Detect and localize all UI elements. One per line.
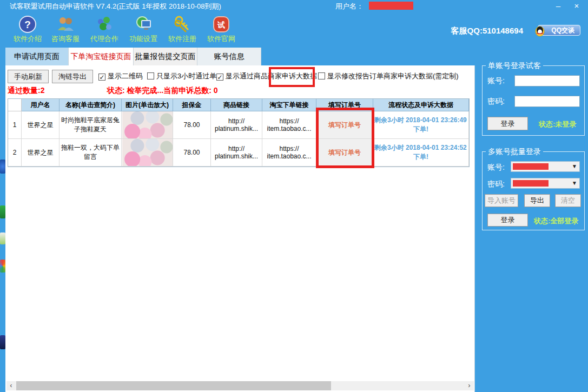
row-index: 2 <box>8 139 22 167</box>
tab-account-info[interactable]: 账号信息 <box>197 48 261 65</box>
password-label: 密码: <box>487 97 505 107</box>
titlebar: 试客联盟试用自动申请软件 V7.4.2(正式版 1年授权 2018-10-08到… <box>5 0 588 12</box>
toolbar-item-official-site[interactable]: 试 软件官网 <box>201 14 241 44</box>
row-process-status: 剩余3小时 2018-04-01 23:26:49 下单! <box>373 111 469 139</box>
checkbox-label: 显示通过商品商家申诉大数据 <box>226 72 317 80</box>
svg-text:试: 试 <box>217 21 225 29</box>
service-qq-text: 客服QQ:510148694 <box>451 26 523 36</box>
settings-icon <box>134 15 153 34</box>
single-account-login-group: 单账号登录试客 账号: 密码: 登录 状态:未登录 <box>482 65 585 136</box>
toolbar-item-software-intro[interactable]: ? 软件介绍 <box>8 14 48 44</box>
status-row: 通过数量:2 状态: 检举完成...当前申诉总数: 0 <box>5 86 474 98</box>
checkbox-show-qrcode[interactable]: 显示二维码 <box>98 71 143 81</box>
checkbox-icon <box>98 74 105 81</box>
row-taobao-link[interactable]: https:// item.taobao.c... <box>262 139 316 167</box>
desktop-icon[interactable] <box>0 260 5 273</box>
tab-content-panel: 手动刷新 淘链导出 显示二维码 只显示3小时通过单 显示通过商品商家申诉大数据 … <box>5 65 475 392</box>
controls-row: 手动刷新 淘链导出 显示二维码 只显示3小时通过单 显示通过商品商家申诉大数据 … <box>5 70 474 86</box>
col-header-index <box>8 99 22 111</box>
link-line: platinum.shik... <box>215 125 258 132</box>
import-accounts-button[interactable]: 导入账号 <box>485 194 518 207</box>
desktop-icon[interactable] <box>0 160 5 174</box>
desktop-icon[interactable] <box>0 335 5 349</box>
batch-account-dropdown[interactable]: ▼ <box>511 161 580 172</box>
link-line: item.taobao.c... <box>267 125 311 132</box>
batch-login-button[interactable]: 登录 <box>487 214 528 227</box>
batch-password-dropdown[interactable]: ▼ <box>511 178 580 189</box>
single-account-input[interactable] <box>514 75 580 87</box>
link-line: http:// <box>228 117 245 125</box>
table-row: 1 世界之星 时尚拖鞋平底家居兔子拖鞋夏天 78.00 http:// plat… <box>8 111 469 139</box>
toolbar-item-settings[interactable]: 功能设置 <box>123 14 163 44</box>
tab-order-taobao-link[interactable]: 下单淘宝链接页面 <box>69 48 134 65</box>
row-taobao-link[interactable]: https:// item.taobao.c... <box>262 111 316 139</box>
toolbar-item-register[interactable]: 软件注册 <box>162 14 202 44</box>
qq-chat-button[interactable]: QQ交谈 <box>538 25 580 36</box>
col-header-deposit: 担保金 <box>173 99 211 111</box>
checkbox-icon <box>147 72 154 79</box>
link-line: https:// <box>279 117 299 125</box>
row-image-cell[interactable] <box>122 111 173 139</box>
row-image-cell[interactable] <box>122 139 173 167</box>
tab-apply-trial[interactable]: 申请试用页面 <box>5 48 69 65</box>
single-login-button[interactable]: 登录 <box>487 117 528 130</box>
tab-batch-report[interactable]: 批量报告提交页面 <box>134 48 197 65</box>
product-thumbnail <box>122 111 173 138</box>
scrollbar-thumb[interactable] <box>16 381 331 390</box>
col-header-image: 图片(单击放大) <box>122 99 173 111</box>
toolbar-item-label: 功能设置 <box>123 34 163 44</box>
fill-order-button[interactable]: 填写订单号 <box>316 111 373 139</box>
link-line: https:// <box>279 145 299 152</box>
toolbar-item-customer-service[interactable]: 咨询客服 <box>45 14 85 44</box>
login-side-panel: 单账号登录试客 账号: 密码: 登录 状态:未登录 多账号批量登录 账号: ▼ … <box>475 48 588 392</box>
link-line: http:// <box>228 145 245 152</box>
col-header-fill-order: 填写订单号 <box>316 99 373 111</box>
close-button[interactable]: × <box>569 0 585 12</box>
svg-text:?: ? <box>24 19 31 30</box>
account-label: 账号: <box>487 163 505 172</box>
toolbar-item-label: 代理合作 <box>84 34 124 44</box>
manual-refresh-button[interactable]: 手动刷新 <box>8 70 49 83</box>
col-header-user: 用户名 <box>22 99 60 111</box>
export-button[interactable]: 导出 <box>524 194 550 207</box>
toolbar-item-label: 咨询客服 <box>45 34 85 44</box>
toolbar-item-agent-cooperation[interactable]: 代理合作 <box>84 14 124 44</box>
checkbox-show-merchant-appeal-data[interactable]: 显示通过商品商家申诉大数据 <box>216 71 317 81</box>
desktop-icon[interactable] <box>0 205 5 218</box>
batch-account-login-group: 多账号批量登录 账号: ▼ 密码: ▼ 导入账号 导出 清空 登录 状态:全部登… <box>482 151 585 230</box>
app-window: 试客联盟试用自动申请软件 V7.4.2(正式版 1年授权 2018-10-08到… <box>5 0 588 392</box>
checkbox-show-modified-report-appeal-data[interactable]: 显示修改报告订单商家申诉大数据(需定制) <box>318 71 459 81</box>
link-line: platinum.shik... <box>215 152 258 160</box>
minimize-button[interactable]: – <box>550 0 566 12</box>
row-user: 世界之星 <box>22 139 60 167</box>
fill-order-button[interactable]: 填写订单号 <box>316 139 373 167</box>
scroll-left-arrow[interactable]: ‹ <box>6 381 16 390</box>
row-product-link[interactable]: http:// platinum.shik... <box>211 111 262 139</box>
single-password-input[interactable] <box>514 96 580 107</box>
state-text: 状态: 检举完成...当前申诉总数: 0 <box>107 86 218 96</box>
table-header-row: 用户名 名称(单击查简介) 图片(单击放大) 担保金 商品链接 淘宝下单链接 填… <box>8 99 469 111</box>
desktop-icon[interactable] <box>0 232 5 244</box>
toolbar-item-label: 软件介绍 <box>8 34 48 44</box>
col-header-name: 名称(单击查简介) <box>60 99 122 111</box>
checkbox-only-3h-passed[interactable]: 只显示3小时通过单 <box>147 71 216 81</box>
row-process-status: 剩余3小时 2018-04-01 23:24:52 下单! <box>373 139 469 167</box>
toolbar-item-label: 软件注册 <box>162 34 202 44</box>
row-user: 世界之星 <box>22 111 60 139</box>
row-product-link[interactable]: http:// platinum.shik... <box>211 139 262 167</box>
checkbox-label: 只显示3小时通过单 <box>156 72 216 80</box>
horizontal-scrollbar[interactable]: ‹ › <box>6 381 474 390</box>
taolink-export-button[interactable]: 淘链导出 <box>52 70 93 83</box>
status-line: 下单! <box>413 152 428 162</box>
agent-cooperation-icon <box>95 15 114 34</box>
row-product-name[interactable]: 拖鞋一双，大码下单留言 <box>60 139 122 167</box>
orders-table: 用户名 名称(单击查简介) 图片(单击放大) 担保金 商品链接 淘宝下单链接 填… <box>8 98 470 167</box>
checkbox-label: 显示二维码 <box>108 72 143 80</box>
password-redacted <box>513 180 549 187</box>
status-line: 剩余3小时 2018-04-01 23:26:49 <box>373 116 468 125</box>
qq-chat-label: QQ交谈 <box>551 26 574 34</box>
scroll-right-arrow[interactable]: › <box>465 381 474 390</box>
row-product-name[interactable]: 时尚拖鞋平底家居兔子拖鞋夏天 <box>60 111 122 139</box>
clear-button[interactable]: 清空 <box>555 194 581 207</box>
product-thumbnail <box>122 139 173 166</box>
